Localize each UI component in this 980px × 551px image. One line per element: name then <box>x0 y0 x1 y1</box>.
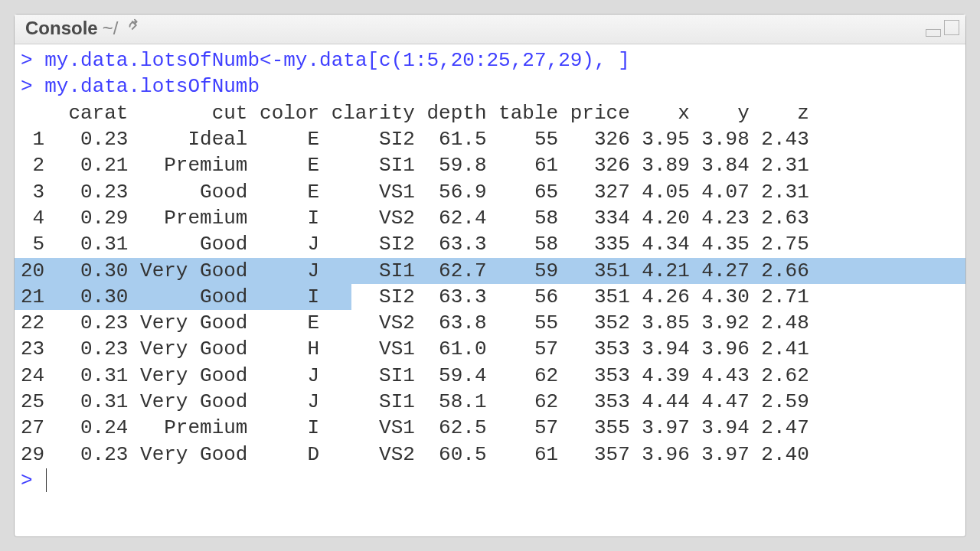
console-title: Console <box>25 18 98 39</box>
console-panel: Console ~/ > my.data.lotsOfNumb<-my.data… <box>14 14 966 537</box>
maximize-icon[interactable] <box>944 20 959 35</box>
console-output[interactable]: > my.data.lotsOfNumb<-my.data[c(1:5,20:2… <box>15 44 965 536</box>
console-titlebar: Console ~/ <box>15 15 965 44</box>
minimize-icon[interactable] <box>926 29 941 37</box>
console-path: ~/ <box>103 18 119 39</box>
window-controls <box>926 20 959 37</box>
share-icon[interactable] <box>126 17 142 38</box>
